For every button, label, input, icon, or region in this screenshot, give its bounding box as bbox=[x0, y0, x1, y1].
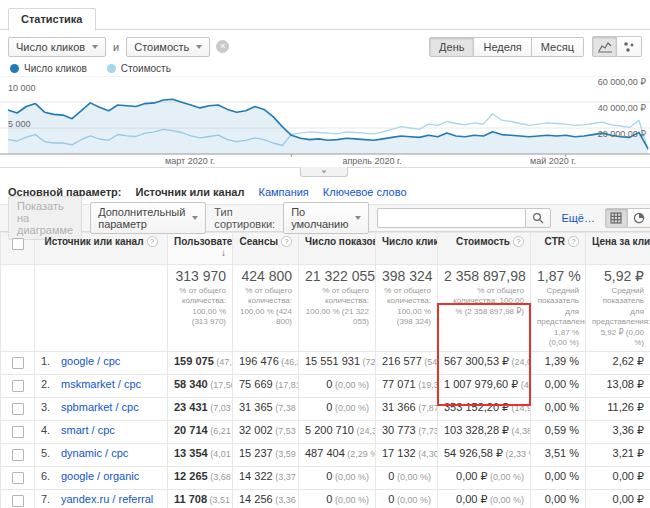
column-header-ctr[interactable]: CTR? bbox=[531, 233, 586, 265]
chart-type-group bbox=[592, 36, 642, 57]
row-checkbox[interactable] bbox=[12, 495, 24, 507]
summary-subtext: % от общего количества: 100,00 % (2 358 … bbox=[444, 286, 524, 317]
column-header-cpc[interactable]: Цена за клик? bbox=[586, 233, 650, 265]
timeseries-chart[interactable]: 5 00010 00020 000,00 ₽40 000,00 ₽60 000,… bbox=[0, 76, 650, 166]
line-chart-icon[interactable] bbox=[592, 36, 617, 57]
row-checkbox[interactable] bbox=[12, 403, 24, 415]
metric1-dropdown[interactable]: Число кликов bbox=[8, 37, 106, 57]
help-icon[interactable]: ? bbox=[513, 236, 524, 247]
row-number: 2. bbox=[41, 378, 61, 390]
table-row: 5.dynamic / cpc13 354 (4,01 %)15 237 (3,… bbox=[1, 444, 650, 467]
help-icon[interactable]: ? bbox=[147, 236, 158, 247]
column-label: Цена за клик bbox=[592, 236, 650, 247]
source-link[interactable]: google / organic bbox=[61, 470, 139, 482]
search-input[interactable] bbox=[377, 208, 525, 228]
metric-percent: (72,94 %) bbox=[360, 357, 375, 367]
legend-label: Стоимость bbox=[121, 63, 171, 74]
column-label: Число показов bbox=[305, 236, 376, 247]
summary-cell: 398 324% от общего количества: 100,00 % … bbox=[376, 265, 438, 352]
search-icon[interactable] bbox=[525, 208, 551, 228]
metric-cell: 11,26 ₽ bbox=[586, 398, 650, 421]
legend-item-cost: Стоимость bbox=[107, 63, 171, 74]
row-checkbox[interactable] bbox=[12, 449, 24, 461]
source-link[interactable]: smart / cpc bbox=[61, 424, 115, 436]
metric1-label: Число кликов bbox=[16, 41, 85, 53]
metric-cell: 0 (0,00 %) bbox=[376, 490, 438, 508]
chart-collapse-handle[interactable] bbox=[300, 167, 348, 177]
source-cell: 5.dynamic / cpc bbox=[35, 444, 168, 467]
summary-subtext: Средний показатель для представления: 1,… bbox=[537, 286, 579, 348]
metric-value: 0,00 % bbox=[545, 493, 579, 505]
chevron-down-icon bbox=[192, 216, 198, 220]
series-area bbox=[8, 99, 648, 154]
summary-cell: 21 322 055% от общего количества: 100,00… bbox=[299, 265, 376, 352]
metric-cell: 196 476 (46,25 %) bbox=[233, 352, 299, 375]
granularity-week-button[interactable]: Неделя bbox=[474, 37, 531, 57]
row-select-cell bbox=[1, 352, 35, 375]
sort-type-label: Тип сортировки: bbox=[214, 206, 275, 230]
metric-percent: (0,00 %) bbox=[332, 472, 369, 482]
metric-percent: (3,51 %) bbox=[207, 495, 232, 505]
help-icon[interactable]: ? bbox=[568, 236, 579, 247]
metric-percent: (2,33 %) bbox=[503, 449, 531, 459]
metric2-dropdown[interactable]: Стоимость bbox=[126, 37, 210, 57]
column-header-cost[interactable]: Стоимость? bbox=[438, 233, 531, 265]
metric-percent: (19,35 %) bbox=[416, 380, 438, 390]
row-checkbox[interactable] bbox=[12, 357, 24, 369]
table-row: 1.google / cpc159 075 (47,72 %)196 476 (… bbox=[1, 352, 650, 375]
source-link[interactable]: google / cpc bbox=[61, 355, 120, 367]
granularity-group: День Неделя Месяц bbox=[429, 37, 584, 57]
row-checkbox[interactable] bbox=[12, 426, 24, 438]
metric-cell: 31 365 (7,38 %) bbox=[233, 398, 299, 421]
legend-label: Число кликов bbox=[24, 63, 87, 74]
more-link[interactable]: Ещё… bbox=[561, 212, 595, 224]
dimension-campaign-link[interactable]: Кампания bbox=[258, 186, 308, 198]
remove-metric-icon[interactable]: × bbox=[216, 40, 229, 53]
row-number: 3. bbox=[41, 401, 61, 413]
column-label: Число кликов bbox=[382, 236, 438, 247]
column-header-clicks[interactable]: Число кликов? bbox=[376, 233, 438, 265]
granularity-month-button[interactable]: Месяц bbox=[532, 37, 584, 57]
metric-percent: (4,30 %) bbox=[416, 449, 438, 459]
chart-timeline-bar bbox=[0, 167, 650, 180]
source-link[interactable]: dynamic / cpc bbox=[61, 447, 128, 459]
source-link[interactable]: spbmarket / cpc bbox=[61, 401, 139, 413]
row-select-cell bbox=[1, 467, 35, 490]
motion-chart-icon[interactable] bbox=[617, 36, 642, 57]
sort-type-dropdown[interactable]: По умолчанию bbox=[283, 202, 369, 234]
granularity-day-button[interactable]: День bbox=[429, 37, 474, 57]
axis-label: 10 000 bbox=[8, 83, 36, 93]
metric-cell: 0,00 % bbox=[531, 467, 586, 490]
column-header-impressions[interactable]: Число показов? bbox=[299, 233, 376, 265]
row-checkbox[interactable] bbox=[12, 380, 24, 392]
tab-statistics[interactable]: Статистика bbox=[8, 8, 96, 31]
column-header-source[interactable]: Источник или канал? bbox=[35, 233, 168, 265]
table-row: 3.spbmarket / cpc23 431 (7,03 %)31 365 (… bbox=[1, 398, 650, 421]
dimension-source-selected[interactable]: Источник или канал bbox=[135, 186, 244, 198]
metric-percent: (0,00 %) bbox=[332, 495, 369, 505]
column-header-users[interactable]: Пользователи?↓ bbox=[168, 233, 233, 265]
summary-value: 424 800 bbox=[239, 268, 292, 284]
metric-value: 75 669 bbox=[239, 378, 273, 390]
summary-row: 313 970% от общего количества: 100,00 % … bbox=[1, 265, 650, 352]
column-header-sessions[interactable]: Сеансы? bbox=[233, 233, 299, 265]
row-checkbox[interactable] bbox=[12, 472, 24, 484]
source-link[interactable]: yandex.ru / referral bbox=[61, 493, 153, 505]
help-icon[interactable]: ? bbox=[281, 236, 292, 247]
metric-cell: 0,00 ₽ (0,00 %) bbox=[438, 490, 531, 508]
metric-value: 13,08 ₽ bbox=[606, 378, 644, 390]
secondary-dimension-dropdown[interactable]: Дополнительный параметр bbox=[90, 202, 206, 234]
source-link[interactable]: mskmarket / cpc bbox=[61, 378, 141, 390]
summary-cell: 313 970% от общего количества: 100,00 % … bbox=[168, 265, 233, 352]
table-view-icon[interactable] bbox=[605, 208, 628, 228]
select-all-checkbox[interactable] bbox=[12, 238, 24, 250]
metric-cell: 20 714 (6,21 %) bbox=[168, 421, 233, 444]
axis-label: 5 000 bbox=[8, 119, 31, 129]
dimension-keyword-link[interactable]: Ключевое слово bbox=[323, 186, 407, 198]
summary-value: 313 970 bbox=[174, 268, 226, 284]
table-header-row: Источник или канал?Пользователи?↓Сеансы?… bbox=[1, 233, 650, 265]
table-row: 2.mskmarket / cpc58 340 (17,50 %)75 669 … bbox=[1, 375, 650, 398]
metric-percent: (47,72 %) bbox=[214, 357, 233, 367]
column-label: Пользователи bbox=[174, 236, 233, 247]
percentage-view-icon[interactable] bbox=[628, 208, 650, 228]
